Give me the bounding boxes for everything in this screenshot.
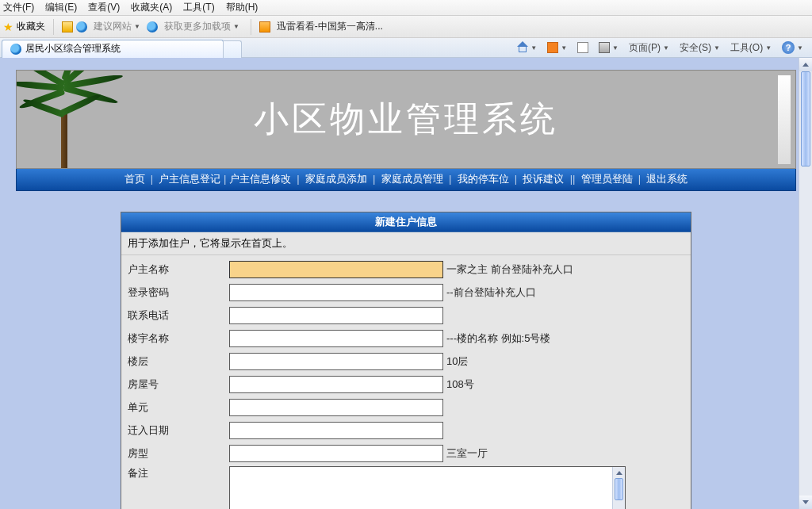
plant-image [25, 70, 104, 168]
roomtype-input[interactable] [229, 445, 443, 462]
nav-complaint[interactable]: 投诉建议 [523, 173, 564, 185]
scroll-up-button[interactable] [799, 58, 812, 71]
mail-button[interactable] [573, 42, 592, 53]
floor-input[interactable] [229, 353, 443, 370]
home-button[interactable]: ▼ [513, 42, 541, 53]
nav-family-manage[interactable]: 家庭成员管理 [381, 173, 443, 185]
menu-tools[interactable]: 工具(T) [183, 1, 214, 14]
building-input[interactable] [229, 330, 443, 347]
banner-decoration [778, 75, 791, 164]
favorites-label[interactable]: 收藏夹 [17, 20, 45, 33]
banner-title: 小区物业管理系统 [254, 96, 558, 143]
owner-name-input[interactable] [229, 261, 443, 278]
building-label: 楼宇名称 [128, 331, 229, 346]
new-resident-form: 新建住户信息 用于添加住户，它将显示在首页上。 户主名称 一家之主 前台登陆补充… [121, 212, 691, 509]
room-label: 房屋号 [128, 377, 229, 392]
tab-title: 居民小区综合管理系统 [25, 42, 121, 55]
movein-label: 迁入日期 [128, 423, 229, 438]
separator [251, 19, 251, 35]
floor-hint: 10层 [446, 354, 468, 369]
tools-menu[interactable]: 工具(O)▼ [726, 41, 776, 55]
nav-owner-register[interactable]: 户主信息登记 [159, 173, 220, 185]
main-nav: 首页 | 户主信息登记 | 户主信息修改 | 家庭成员添加 | 家庭成员管理 |… [16, 169, 796, 191]
help-icon: ? [782, 41, 795, 54]
movein-date-input[interactable] [229, 422, 443, 439]
ie-icon [76, 21, 87, 33]
room-hint: 108号 [446, 377, 474, 392]
menu-edit[interactable]: 编辑(E) [45, 1, 77, 14]
safety-menu[interactable]: 安全(S)▼ [676, 41, 724, 55]
nav-home[interactable]: 首页 [124, 173, 145, 185]
new-tab-button[interactable] [223, 40, 242, 58]
rss-button[interactable]: ▼ [543, 42, 571, 53]
textarea-scrollbar[interactable] [612, 467, 625, 509]
note-textarea[interactable] [229, 466, 626, 509]
floor-label: 楼层 [128, 354, 229, 369]
ie-icon [147, 21, 158, 33]
print-icon [599, 42, 610, 53]
site-banner: 小区物业管理系统 [16, 70, 796, 169]
separator [53, 19, 54, 35]
form-description: 用于添加住户，它将显示在首页上。 [121, 232, 691, 255]
command-bar: ▼ ▼ ▼ 页面(P)▼ 安全(S)▼ 工具(O)▼ ?▼ [513, 41, 812, 55]
tab-bar: 居民小区综合管理系统 ▼ ▼ ▼ 页面(P)▼ 安全(S)▼ 工具(O)▼ ?▼ [0, 38, 812, 58]
nav-admin-login[interactable]: 管理员登陆 [581, 173, 633, 185]
form-title: 新建住户信息 [121, 212, 691, 232]
password-input[interactable] [229, 284, 443, 301]
help-button[interactable]: ?▼ [778, 41, 807, 54]
menu-help[interactable]: 帮助(H) [226, 1, 259, 14]
nav-family-add[interactable]: 家庭成员添加 [305, 173, 367, 185]
unit-label: 单元 [128, 400, 229, 415]
scroll-down-button[interactable] [799, 496, 812, 509]
nav-parking[interactable]: 我的停车位 [458, 173, 509, 185]
roomtype-label: 房型 [128, 446, 229, 461]
home-icon [517, 42, 528, 53]
roomtype-hint: 三室一厅 [446, 446, 488, 461]
menu-view[interactable]: 查看(V) [88, 1, 120, 14]
rss-icon [547, 42, 558, 53]
password-label: 登录密码 [128, 285, 229, 300]
get-more-addons-link[interactable]: 获取更多加载项▼ [161, 20, 243, 33]
print-button[interactable]: ▼ [595, 42, 622, 53]
nav-logout[interactable]: 退出系统 [646, 173, 688, 185]
password-hint: --前台登陆补充人口 [446, 285, 536, 300]
menu-file[interactable]: 文件(F) [3, 1, 34, 14]
page-menu[interactable]: 页面(P)▼ [625, 41, 673, 55]
building-hint: ---楼的名称 例如:5号楼 [446, 331, 550, 346]
star-icon: ★ [3, 21, 13, 33]
phone-input[interactable] [229, 307, 443, 324]
note-label: 备注 [128, 466, 229, 480]
folder-icon [62, 21, 73, 33]
favorites-bar: ★ 收藏夹 建议网站▼ 获取更多加载项▼ 迅雷看看-中国第一高清... [0, 16, 812, 38]
xunlei-link[interactable]: 迅雷看看-中国第一高清... [274, 20, 386, 33]
browser-tab[interactable]: 居民小区综合管理系统 [2, 40, 224, 58]
room-input[interactable] [229, 376, 443, 393]
unit-input[interactable] [229, 399, 443, 416]
vertical-scrollbar[interactable] [799, 58, 812, 509]
browser-menu-bar: 文件(F) 编辑(E) 查看(V) 收藏夹(A) 工具(T) 帮助(H) [0, 0, 812, 16]
ie-icon [10, 44, 21, 55]
menu-favorites[interactable]: 收藏夹(A) [131, 1, 172, 14]
suggested-sites-link[interactable]: 建议网站▼ [90, 20, 144, 33]
page-viewport: 小区物业管理系统 首页 | 户主信息登记 | 户主信息修改 | 家庭成员添加 |… [0, 58, 812, 509]
xunlei-icon [259, 21, 270, 33]
mail-icon [577, 42, 588, 53]
owner-name-label: 户主名称 [128, 262, 229, 277]
scroll-thumb[interactable] [801, 71, 810, 166]
phone-label: 联系电话 [128, 308, 229, 323]
nav-owner-modify[interactable]: 户主信息修改 [229, 173, 291, 185]
owner-name-hint: 一家之主 前台登陆补充人口 [446, 262, 573, 277]
